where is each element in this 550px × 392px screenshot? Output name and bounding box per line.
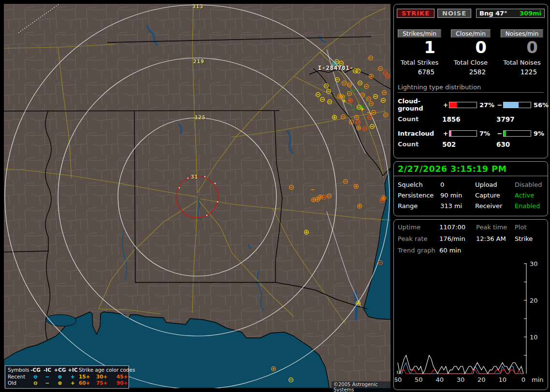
minus-sign: −: [496, 101, 503, 109]
cg-count-label: Count: [398, 115, 442, 123]
plus-sign: +: [442, 130, 449, 137]
trend-graph-label: Trend graph: [398, 247, 439, 254]
close-per-min-button[interactable]: Close/min: [451, 29, 491, 38]
trend-x-tick-label: 30: [457, 376, 465, 383]
trend-x-tick-label: 50: [415, 376, 423, 383]
trend-y-tick-label: 30: [530, 260, 538, 267]
legend-col-ic-pos: +IC: [67, 367, 79, 374]
cg-positive-bar: [449, 102, 477, 108]
legend-age-code: 75+: [96, 380, 116, 387]
ic-negative-bar: [503, 130, 531, 137]
trend-x-tick-label: 60: [395, 376, 402, 383]
legend-age-code: 15+: [79, 374, 96, 380]
storm-cell-label: I-284701-: [318, 65, 354, 71]
peak-time-value: 12:36 AM: [476, 235, 515, 242]
legend-col-cg-neg: -CG: [29, 367, 42, 374]
legend-strike-symbol: ⊕: [53, 380, 67, 387]
intracloud-label: Intracloud: [398, 130, 442, 137]
ic-negative-pct: 9%: [531, 130, 550, 137]
close-per-min-value: 0: [445, 39, 496, 56]
lightning-map[interactable]: 313 219 125 31 I-284701- ©2005 Astrogeni…: [4, 4, 391, 388]
total-close-value: 2582: [445, 68, 496, 76]
trend-series-total-strikes: [398, 355, 523, 374]
ring-label-313: 313: [192, 3, 203, 10]
sidebar: STRIKE NOISE Bng 47° 309mi Strikes/min C…: [392, 0, 550, 392]
total-strikes-label: Total Strikes: [394, 59, 445, 66]
peak-rate-label: Peak rate: [398, 235, 439, 242]
squelch-value: 0: [440, 181, 475, 188]
total-noises-label: Total Noises: [496, 59, 548, 66]
trend-series-cg-negative: [398, 363, 523, 374]
legend-rows: Recent⊖−⊕+15+30+45+Old⊖−⊕+60+75+90+: [8, 374, 127, 387]
cg-positive-count: 1856: [442, 115, 496, 123]
persistence-value: 90 min: [440, 192, 475, 199]
clock-panel: 2/27/2026 3:15:19 PM Squelch 0 Upload Di…: [393, 161, 548, 216]
legend-col-cg-pos: +CG: [53, 367, 67, 374]
trend-y-tick-label: 20: [530, 297, 538, 304]
total-noises-value: 1225: [496, 68, 548, 76]
app-window: 313 219 125 31 I-284701- ©2005 Astrogeni…: [0, 0, 550, 392]
range-label: Range: [398, 202, 440, 210]
legend-strike-symbol: ⊕: [53, 374, 67, 380]
trend-series-cg-positive: [398, 370, 523, 374]
capture-status: Active: [515, 192, 550, 199]
plot-label: Plot: [515, 224, 548, 231]
upload-label: Upload: [475, 181, 515, 188]
ic-negative-count: 630: [496, 140, 550, 148]
status-panel: Uptime 1107:00 Peak time Plot Peak rate …: [393, 219, 548, 390]
trend-graph-canvas: 1020306050403020100min: [395, 260, 547, 388]
ring-label-125: 125: [195, 114, 206, 121]
legend-strike-symbol: +: [67, 380, 79, 387]
plus-sign: +: [442, 101, 449, 109]
uptime-value: 1107:00: [439, 224, 476, 231]
cg-positive-pct: 27%: [477, 101, 496, 109]
strikes-per-min-value: 1: [394, 39, 445, 56]
upload-status: Disabled: [515, 181, 550, 188]
legend-strike-symbol: −: [42, 374, 53, 380]
trend-x-tick-label: 0: [521, 376, 525, 383]
trend-graph: 1020306050403020100min: [395, 260, 547, 388]
peak-time-label: Peak time: [476, 224, 515, 231]
noise-mode-button[interactable]: NOISE: [437, 9, 471, 18]
peak-rate-value: 176/min: [439, 235, 476, 242]
legend-row-label: Old: [8, 380, 29, 387]
uptime-label: Uptime: [398, 224, 439, 231]
receiver-status: Enabled: [515, 202, 550, 210]
range-value: 313 mi: [440, 202, 475, 210]
trend-x-tick-label: 10: [498, 376, 507, 383]
strike-mode-button[interactable]: STRIKE: [397, 9, 434, 18]
legend-strike-symbol: −: [42, 380, 53, 387]
distribution-title: Lightning type distribution: [398, 84, 544, 93]
symbols-legend: Symbols -CG -IC +CG +IC Strike age color…: [5, 365, 129, 389]
legend-age-code: 45+: [116, 374, 136, 380]
ic-positive-count: 502: [442, 140, 496, 148]
cg-negative-pct: 56%: [531, 101, 550, 109]
ic-positive-pct: 7%: [477, 130, 496, 137]
cg-negative-bar: [503, 102, 531, 108]
ic-positive-bar: [449, 130, 477, 137]
total-strikes-value: 6785: [394, 68, 445, 76]
bearing-range-value: 309mi: [520, 10, 541, 17]
trend-x-unit-label: min: [532, 376, 544, 383]
plot-value: Strike: [515, 235, 548, 242]
persistence-label: Persistence: [398, 192, 440, 199]
legend-age-header: Strike age color codes: [79, 367, 136, 374]
legend-row-label: Recent: [8, 374, 29, 380]
ring-label-31: 31: [191, 174, 198, 180]
legend-age-code: 60+: [79, 380, 96, 387]
total-close-label: Total Close: [445, 59, 496, 66]
noises-per-min-button[interactable]: Noises/min: [501, 29, 544, 38]
ring-label-219: 219: [193, 58, 204, 65]
stats-panel: STRIKE NOISE Bng 47° 309mi Strikes/min C…: [393, 4, 548, 158]
legend-strike-symbol: ⊖: [29, 380, 42, 387]
legend-age-code: 30+: [96, 374, 116, 380]
noises-per-min-value: 0: [496, 39, 548, 56]
trend-x-tick-label: 40: [435, 376, 444, 383]
trend-graph-value: 60 min: [439, 247, 476, 254]
ic-count-label: Count: [398, 140, 442, 148]
strikes-per-min-button[interactable]: Strikes/min: [398, 29, 441, 38]
squelch-label: Squelch: [398, 181, 440, 188]
bearing-value: Bng 47°: [479, 10, 507, 17]
trend-y-tick-label: 10: [530, 334, 538, 341]
receiver-label: Receiver: [475, 202, 515, 210]
